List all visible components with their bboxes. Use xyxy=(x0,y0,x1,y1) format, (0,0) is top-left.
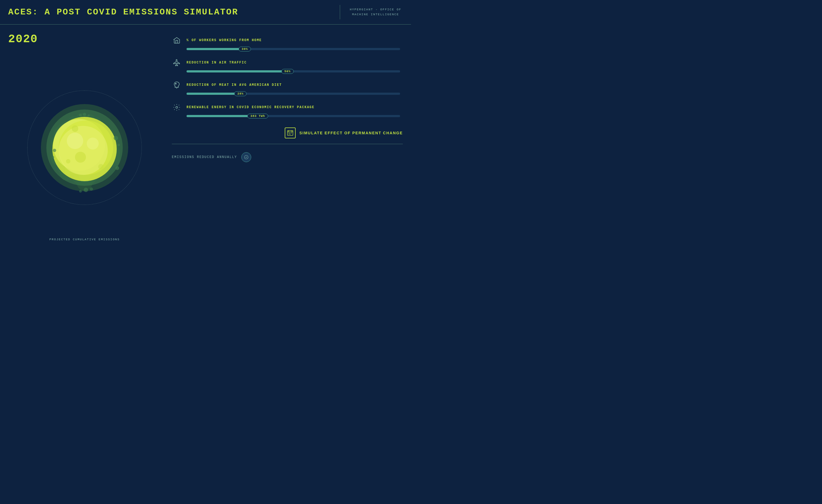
emissions-reduced-section: EMISSIONS REDUCED ANNUALLY xyxy=(172,152,403,162)
workers-home-track-container: 30% xyxy=(186,48,400,50)
gear-icon xyxy=(172,102,181,112)
header-subtitle: HYPERGIANT - OFFICE OF MACHINE INTELLIGE… xyxy=(348,5,403,19)
slider-header-workers: % OF WORKERS WORKING FROM HOME xyxy=(172,35,403,45)
svg-point-54 xyxy=(79,190,82,193)
header: ACES: A POST COVID EMISSIONS SIMULATOR H… xyxy=(0,0,411,25)
workers-home-label: % OF WORKERS WORKING FROM HOME xyxy=(186,38,262,42)
air-traffic-track[interactable]: 50% xyxy=(186,70,400,72)
slider-air-traffic: REDUCTION IN AIR TRAFFIC 50% xyxy=(172,58,403,72)
emission-blob xyxy=(27,90,142,205)
app-title: ACES: A POST COVID EMISSIONS SIMULATOR xyxy=(8,7,239,17)
svg-point-60 xyxy=(98,164,104,169)
simulate-btn-icon xyxy=(285,127,296,138)
svg-point-47 xyxy=(75,152,86,163)
header-title-section: ACES: A POST COVID EMISSIONS SIMULATOR xyxy=(8,5,332,19)
subtitle-line2: MACHINE INTELLIGENCE xyxy=(350,12,401,17)
meat-diet-track[interactable]: 28% xyxy=(186,93,400,95)
renewable-track-container: 383 TWh xyxy=(186,115,400,117)
meat-diet-track-container: 28% xyxy=(186,93,400,95)
workers-home-value: 30% xyxy=(239,47,251,51)
slider-renewable: RENEWABLE ENERGY IN COVID ECONOMIC RECOV… xyxy=(172,102,403,117)
svg-point-58 xyxy=(79,114,82,117)
svg-point-55 xyxy=(90,187,93,191)
svg-point-50 xyxy=(115,166,119,170)
svg-point-49 xyxy=(117,144,120,146)
air-traffic-track-container: 50% xyxy=(186,70,400,72)
svg-point-59 xyxy=(72,125,78,132)
workers-home-track[interactable]: 30% xyxy=(186,48,400,50)
svg-point-52 xyxy=(52,156,54,158)
meat-diet-fill: 28% xyxy=(186,93,246,95)
renewable-track[interactable]: 383 TWh xyxy=(186,115,400,117)
svg-point-63 xyxy=(176,107,178,108)
svg-point-56 xyxy=(83,113,86,116)
simulate-btn-section: SIMULATE EFFECT OF PERMANENT CHANGE xyxy=(172,127,403,144)
simulate-button[interactable]: SIMULATE EFFECT OF PERMANENT CHANGE xyxy=(285,127,403,138)
left-panel: 2020 xyxy=(8,33,161,244)
home-icon xyxy=(172,35,181,45)
right-panel: % OF WORKERS WORKING FROM HOME 30% REDUC… xyxy=(172,33,403,244)
slider-header-renewable: RENEWABLE ENERGY IN COVID ECONOMIC RECOV… xyxy=(172,102,403,112)
svg-point-46 xyxy=(87,138,99,150)
projected-cumulative-label: PROJECTED CUMULATIVE EMISSIONS xyxy=(8,238,161,241)
svg-point-51 xyxy=(53,149,56,152)
meat-diet-value: 28% xyxy=(234,91,247,96)
svg-rect-64 xyxy=(288,130,293,135)
slider-header-air: REDUCTION IN AIR TRAFFIC xyxy=(172,58,403,68)
renewable-label: RENEWABLE ENERGY IN COVID ECONOMIC RECOV… xyxy=(186,105,315,109)
svg-point-57 xyxy=(87,114,90,117)
svg-point-62 xyxy=(175,83,176,84)
emissions-value-circle xyxy=(242,152,251,162)
workers-home-fill: 30% xyxy=(186,48,251,50)
plane-icon xyxy=(172,58,181,68)
svg-point-61 xyxy=(66,159,70,163)
slider-header-meat: REDUCTION OF MEAT IN AVG AMERICAN DIET xyxy=(172,80,403,90)
renewable-fill: 383 TWh xyxy=(186,115,268,117)
visualization-area xyxy=(8,51,161,244)
air-traffic-value: 50% xyxy=(282,69,294,74)
air-traffic-fill: 50% xyxy=(186,70,294,72)
meat-icon xyxy=(172,80,181,90)
renewable-value: 383 TWh xyxy=(247,114,268,119)
svg-point-45 xyxy=(67,133,83,149)
svg-point-53 xyxy=(84,188,88,192)
slider-meat-diet: REDUCTION OF MEAT IN AVG AMERICAN DIET 2… xyxy=(172,80,403,95)
slider-workers-home: % OF WORKERS WORKING FROM HOME 30% xyxy=(172,35,403,50)
emissions-reduced-label: EMISSIONS REDUCED ANNUALLY xyxy=(172,155,237,159)
svg-point-48 xyxy=(114,136,118,140)
air-traffic-label: REDUCTION IN AIR TRAFFIC xyxy=(186,61,247,65)
main-content: 2020 xyxy=(0,25,411,252)
blob-svg xyxy=(27,90,142,205)
meat-diet-label: REDUCTION OF MEAT IN AVG AMERICAN DIET xyxy=(186,83,282,87)
subtitle-line1: HYPERGIANT - OFFICE OF xyxy=(350,7,401,12)
year-label: 2020 xyxy=(8,33,161,46)
simulate-btn-label: SIMULATE EFFECT OF PERMANENT CHANGE xyxy=(300,131,403,135)
